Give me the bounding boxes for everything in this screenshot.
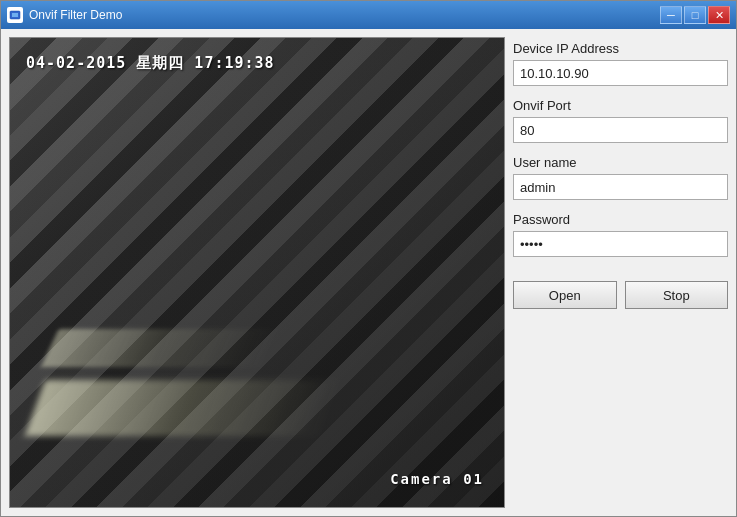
camera-canvas: 04-02-2015 星期四 17:19:38 Camera 01 [10,38,504,507]
open-button[interactable]: Open [513,281,617,309]
window-content: 04-02-2015 星期四 17:19:38 Camera 01 Device… [1,29,736,516]
username-input[interactable] [513,174,728,200]
minimize-button[interactable]: ─ [660,6,682,24]
device-ip-label: Device IP Address [513,41,728,56]
settings-panel: Device IP Address Onvif Port User name P… [513,37,728,508]
title-bar: Onvif Filter Demo ─ □ ✕ [1,1,736,29]
camera-timestamp: 04-02-2015 星期四 17:19:38 [26,54,275,73]
stop-button[interactable]: Stop [625,281,729,309]
onvif-port-group: Onvif Port [513,98,728,143]
svg-rect-1 [12,13,18,17]
camera-label: Camera 01 [390,471,484,487]
onvif-port-input[interactable] [513,117,728,143]
camera-overlay [10,38,504,507]
camera-light-reflection-2 [41,329,281,367]
device-ip-input[interactable] [513,60,728,86]
username-label: User name [513,155,728,170]
camera-light-reflection-1 [24,380,341,436]
window-controls: ─ □ ✕ [660,6,730,24]
password-input[interactable] [513,231,728,257]
password-label: Password [513,212,728,227]
action-buttons: Open Stop [513,281,728,309]
device-ip-group: Device IP Address [513,41,728,86]
main-window: Onvif Filter Demo ─ □ ✕ 04-02-2015 星期四 1… [0,0,737,517]
app-icon [7,7,23,23]
camera-panel: 04-02-2015 星期四 17:19:38 Camera 01 [9,37,505,508]
username-group: User name [513,155,728,200]
close-button[interactable]: ✕ [708,6,730,24]
maximize-button[interactable]: □ [684,6,706,24]
window-title: Onvif Filter Demo [29,8,660,22]
password-group: Password [513,212,728,257]
onvif-port-label: Onvif Port [513,98,728,113]
